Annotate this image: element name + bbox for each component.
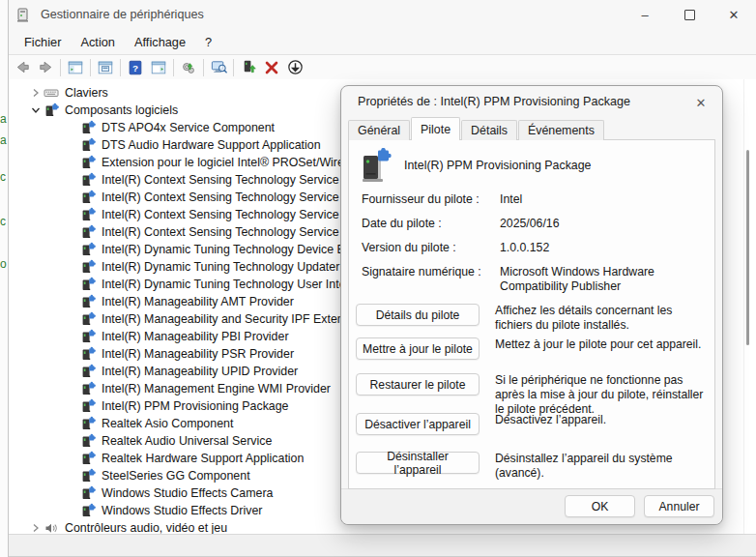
back-icon[interactable] — [11, 57, 34, 78]
device-type-icon — [80, 172, 98, 188]
tree-row-label: Intel(R) Manageability PBI Provider — [102, 330, 289, 343]
tree-row-label: SteelSeries GG Component — [102, 469, 250, 483]
device-type-icon — [80, 503, 98, 518]
chevron-icon[interactable] — [28, 520, 44, 534]
show-action-pane-icon[interactable] — [147, 57, 170, 78]
chevron-icon[interactable] — [65, 433, 80, 449]
menu-action[interactable]: Action — [71, 32, 125, 52]
background-text-fragment: c — [0, 215, 6, 228]
tree-row-label: Contrôleurs audio, vidéo et jeu — [65, 521, 227, 534]
device-type-icon — [44, 520, 61, 534]
show-console-tree-icon[interactable] — [64, 57, 87, 78]
chevron-icon[interactable] — [65, 277, 80, 292]
dialog-tabs: Général Pilote Détails Événements — [348, 118, 605, 140]
svg-text:?: ? — [132, 62, 138, 73]
menu-affichage[interactable]: Affichage — [125, 32, 195, 52]
maximize-button[interactable] — [667, 0, 712, 29]
driver-action-button[interactable]: Désinstaller l’appareil — [356, 452, 480, 474]
dialog-tab[interactable]: Détails — [461, 120, 517, 140]
tree-row-label: Windows Studio Effects Driver — [102, 504, 262, 517]
tree-row-label: Intel(R) Context Sensing Technology Serv… — [102, 208, 339, 221]
chevron-icon[interactable] — [65, 120, 80, 135]
update-driver-icon[interactable] — [237, 57, 260, 78]
device-type-icon — [80, 311, 98, 327]
device-type-icon — [80, 381, 98, 396]
help-icon[interactable]: ? — [124, 57, 147, 78]
menu-help[interactable]: ? — [195, 32, 221, 52]
device-type-icon — [80, 224, 98, 240]
chevron-icon[interactable] — [65, 172, 80, 188]
driver-action-button[interactable]: Détails du pilote — [356, 304, 480, 326]
menu-bar: Fichier Action Affichage ? — [9, 29, 756, 55]
device-type-icon — [80, 485, 98, 501]
chevron-icon[interactable] — [65, 190, 80, 205]
chevron-icon[interactable] — [65, 311, 80, 327]
tree-row-label: Realtek Asio Component — [102, 417, 233, 430]
device-type-icon — [80, 120, 98, 135]
background-text-fragment: a — [0, 133, 7, 147]
driver-action-button[interactable]: Désactiver l’appareil — [356, 413, 480, 435]
device-type-icon — [80, 468, 98, 484]
driver-action-button[interactable]: Restaurer le pilote — [356, 373, 480, 396]
chevron-icon[interactable] — [65, 398, 80, 414]
uninstall-device-icon[interactable] — [260, 57, 283, 78]
chevron-icon[interactable] — [65, 364, 80, 379]
properties-dialog: Propriétés de : Intel(R) PPM Provisionin… — [340, 85, 723, 525]
driver-actions: Détails du pilote Affichez les détails c… — [356, 140, 707, 488]
chevron-icon[interactable] — [65, 485, 80, 501]
driver-action-description: Mettez à jour le pilote pour cet apparei… — [495, 337, 706, 352]
device-type-icon — [80, 137, 98, 153]
device-type-icon — [80, 207, 98, 222]
chevron-icon[interactable] — [65, 503, 80, 518]
properties-icon[interactable] — [94, 57, 117, 78]
chevron-icon[interactable] — [65, 207, 80, 222]
device-type-icon — [80, 277, 98, 292]
dialog-tab[interactable]: Général — [348, 120, 410, 140]
remote-computer-icon[interactable] — [207, 57, 230, 78]
toolbar-separator — [120, 59, 121, 76]
minimize-button[interactable]: – — [623, 0, 667, 29]
background-text-fragment: c — [0, 170, 6, 184]
chevron-icon[interactable] — [65, 381, 80, 396]
chevron-icon[interactable] — [65, 294, 80, 309]
chevron-icon[interactable] — [65, 259, 80, 275]
close-button[interactable]: ✕ — [712, 0, 756, 29]
chevron-icon[interactable] — [65, 346, 80, 362]
chevron-icon[interactable] — [65, 416, 80, 431]
chevron-icon[interactable] — [65, 451, 80, 466]
dialog-tab[interactable]: Événements — [518, 120, 604, 140]
tree-row-label: Intel(R) Context Sensing Technology Serv… — [102, 173, 339, 187]
cancel-button[interactable]: Annuler — [644, 495, 714, 517]
driver-action-button[interactable]: Mettre à jour le pilote — [356, 337, 480, 360]
tree-row-label: Intel(R) Manageability AMT Provider — [102, 295, 294, 308]
toolbar-separator — [60, 59, 61, 76]
driver-action-row: Désinstaller l’appareil Désinstallez l’a… — [356, 452, 707, 481]
chevron-icon[interactable] — [65, 329, 80, 344]
chevron-icon[interactable] — [28, 103, 44, 118]
tree-row-label: DTS Audio Hardware Support Application — [102, 138, 321, 152]
forward-icon[interactable] — [34, 57, 57, 78]
pilote-tab-page: Intel(R) PPM Provisioning Package Fourni… — [348, 139, 715, 489]
tree-row-label: Intel(R) PPM Provisioning Package — [102, 399, 289, 413]
dialog-tab-label: Pilote — [421, 123, 451, 136]
dialog-tab-label: Général — [358, 124, 400, 137]
chevron-icon[interactable] — [28, 85, 44, 101]
device-manager-app-icon — [15, 7, 32, 23]
disable-device-icon[interactable] — [283, 57, 306, 78]
dialog-tab-label: Événements — [528, 124, 595, 137]
dialog-tab[interactable]: Pilote — [411, 117, 460, 140]
tree-scrollbar[interactable] — [746, 150, 749, 345]
chevron-icon[interactable] — [65, 242, 80, 257]
dialog-close-icon[interactable]: ✕ — [690, 92, 712, 113]
chevron-icon[interactable] — [65, 224, 80, 240]
device-type-icon — [80, 294, 98, 309]
chevron-icon[interactable] — [65, 155, 80, 170]
toolbar: ? — [9, 55, 756, 80]
tree-row-label: Claviers — [65, 86, 108, 100]
chevron-icon[interactable] — [65, 137, 80, 153]
chevron-icon[interactable] — [65, 468, 80, 484]
ok-button[interactable]: OK — [565, 495, 635, 517]
driver-action-row: Détails du pilote Affichez les détails c… — [356, 304, 707, 333]
menu-fichier[interactable]: Fichier — [15, 32, 71, 52]
scan-hardware-changes-icon[interactable] — [177, 57, 200, 78]
